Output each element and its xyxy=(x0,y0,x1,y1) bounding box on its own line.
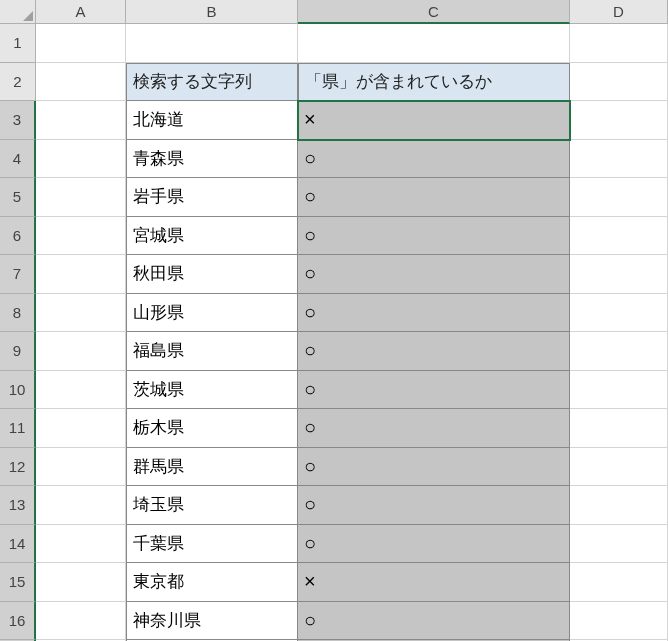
col-head-c[interactable]: C xyxy=(298,0,570,24)
cell-b16[interactable]: 神奈川県 xyxy=(126,602,298,641)
cell-d1[interactable] xyxy=(570,24,668,63)
cell-a12[interactable] xyxy=(36,448,126,487)
cell-b12[interactable]: 群馬県 xyxy=(126,448,298,487)
cell-d5[interactable] xyxy=(570,178,668,217)
result-symbol: ○ xyxy=(304,262,316,285)
cell-a10[interactable] xyxy=(36,371,126,410)
row-head[interactable]: 14 xyxy=(0,525,36,564)
result-symbol: ○ xyxy=(304,493,316,516)
result-symbol: ○ xyxy=(304,339,316,362)
cell-d12[interactable] xyxy=(570,448,668,487)
cell-c13[interactable]: ○ xyxy=(298,486,570,525)
cell-b14[interactable]: 千葉県 xyxy=(126,525,298,564)
cell-a16[interactable] xyxy=(36,602,126,641)
cell-b2[interactable]: 検索する文字列 xyxy=(126,63,298,102)
cell-c3[interactable]: × xyxy=(298,101,570,140)
cell-a3[interactable] xyxy=(36,101,126,140)
cell-b5[interactable]: 岩手県 xyxy=(126,178,298,217)
cell-b9[interactable]: 福島県 xyxy=(126,332,298,371)
cell-b6[interactable]: 宮城県 xyxy=(126,217,298,256)
cell-c11[interactable]: ○ xyxy=(298,409,570,448)
row-head[interactable]: 11 xyxy=(0,409,36,448)
cell-a9[interactable] xyxy=(36,332,126,371)
cell-a13[interactable] xyxy=(36,486,126,525)
cell-d14[interactable] xyxy=(570,525,668,564)
row-head[interactable]: 12 xyxy=(0,448,36,487)
cell-c2[interactable]: 「県」が含まれているか xyxy=(298,63,570,102)
cell-b8[interactable]: 山形県 xyxy=(126,294,298,333)
row-head[interactable]: 1 xyxy=(0,24,36,63)
cell-d15[interactable] xyxy=(570,563,668,602)
cell-b7[interactable]: 秋田県 xyxy=(126,255,298,294)
cell-d11[interactable] xyxy=(570,409,668,448)
cell-b4[interactable]: 青森県 xyxy=(126,140,298,179)
cell-c7[interactable]: ○ xyxy=(298,255,570,294)
cell-c16[interactable]: ○ xyxy=(298,602,570,641)
cell-c14[interactable]: ○ xyxy=(298,525,570,564)
cell-d9[interactable] xyxy=(570,332,668,371)
cell-c12[interactable]: ○ xyxy=(298,448,570,487)
cell-c10[interactable]: ○ xyxy=(298,371,570,410)
cell-a8[interactable] xyxy=(36,294,126,333)
cell-b10[interactable]: 茨城県 xyxy=(126,371,298,410)
cell-b11[interactable]: 栃木県 xyxy=(126,409,298,448)
result-symbol: ○ xyxy=(304,185,316,208)
cell-c5[interactable]: ○ xyxy=(298,178,570,217)
result-symbol: × xyxy=(304,570,316,593)
cell-b13[interactable]: 埼玉県 xyxy=(126,486,298,525)
cell-a4[interactable] xyxy=(36,140,126,179)
cell-d8[interactable] xyxy=(570,294,668,333)
cell-a2[interactable] xyxy=(36,63,126,102)
cell-c4[interactable]: ○ xyxy=(298,140,570,179)
cell-a14[interactable] xyxy=(36,525,126,564)
row-head[interactable]: 16 xyxy=(0,602,36,641)
cell-c6[interactable]: ○ xyxy=(298,217,570,256)
cell-b1[interactable] xyxy=(126,24,298,63)
select-all-corner[interactable] xyxy=(0,0,36,24)
col-head-a[interactable]: A xyxy=(36,0,126,24)
cell-d7[interactable] xyxy=(570,255,668,294)
result-symbol: ○ xyxy=(304,378,316,401)
result-symbol: ○ xyxy=(304,532,316,555)
result-symbol: ○ xyxy=(304,301,316,324)
row-head[interactable]: 3 xyxy=(0,101,36,140)
result-symbol: ○ xyxy=(304,416,316,439)
cell-d2[interactable] xyxy=(570,63,668,102)
row-head[interactable]: 2 xyxy=(0,63,36,102)
row-head[interactable]: 7 xyxy=(0,255,36,294)
row-head[interactable]: 4 xyxy=(0,140,36,179)
row-head[interactable]: 9 xyxy=(0,332,36,371)
result-symbol: ○ xyxy=(304,147,316,170)
col-head-d[interactable]: D xyxy=(570,0,668,24)
cell-c15[interactable]: × xyxy=(298,563,570,602)
cell-a6[interactable] xyxy=(36,217,126,256)
row-head[interactable]: 6 xyxy=(0,217,36,256)
row-head[interactable]: 13 xyxy=(0,486,36,525)
cell-d6[interactable] xyxy=(570,217,668,256)
row-head[interactable]: 8 xyxy=(0,294,36,333)
cell-d3[interactable] xyxy=(570,101,668,140)
col-head-b[interactable]: B xyxy=(126,0,298,24)
row-head[interactable]: 15 xyxy=(0,563,36,602)
cell-a15[interactable] xyxy=(36,563,126,602)
cell-a11[interactable] xyxy=(36,409,126,448)
result-symbol: × xyxy=(304,108,316,131)
cell-c8[interactable]: ○ xyxy=(298,294,570,333)
row-head[interactable]: 10 xyxy=(0,371,36,410)
cell-c1[interactable] xyxy=(298,24,570,63)
spreadsheet-grid[interactable]: A B C D 1 2 検索する文字列 「県」が含まれているか 3 北海道 × … xyxy=(0,0,668,641)
cell-b3[interactable]: 北海道 xyxy=(126,101,298,140)
cell-a5[interactable] xyxy=(36,178,126,217)
cell-d16[interactable] xyxy=(570,602,668,641)
result-symbol: ○ xyxy=(304,609,316,632)
cell-c9[interactable]: ○ xyxy=(298,332,570,371)
cell-a7[interactable] xyxy=(36,255,126,294)
result-symbol: ○ xyxy=(304,224,316,247)
cell-d13[interactable] xyxy=(570,486,668,525)
cell-d4[interactable] xyxy=(570,140,668,179)
cell-d10[interactable] xyxy=(570,371,668,410)
row-head[interactable]: 5 xyxy=(0,178,36,217)
result-symbol: ○ xyxy=(304,455,316,478)
cell-a1[interactable] xyxy=(36,24,126,63)
cell-b15[interactable]: 東京都 xyxy=(126,563,298,602)
